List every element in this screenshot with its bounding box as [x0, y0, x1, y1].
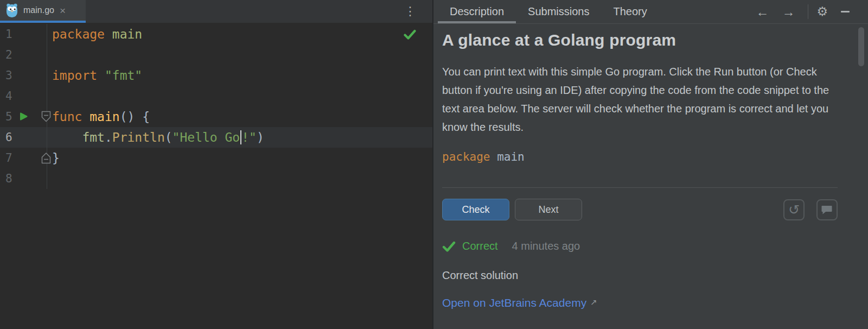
kebab-menu-icon[interactable]: ⋮ — [404, 5, 416, 17]
snippet-identifier: main — [490, 150, 525, 163]
code-token: ( — [165, 130, 173, 144]
line-number: 5 — [5, 106, 12, 127]
code-editor[interactable]: 1package main23import "fmt"45func main()… — [0, 23, 432, 329]
ide-window: main.go × ⋮ 1package main23import "fmt"4… — [0, 0, 868, 329]
code-token: "Hello Go — [173, 130, 240, 144]
editor-line[interactable]: 5func main() { — [0, 106, 432, 127]
correct-check-icon — [442, 241, 456, 252]
snippet-keyword: package — [442, 150, 490, 163]
editor-gutter[interactable]: 2 — [0, 45, 47, 65]
minimize-icon[interactable] — [841, 11, 850, 12]
header-divider — [808, 4, 808, 19]
editor-pane: main.go × ⋮ 1package main23import "fmt"4… — [0, 0, 433, 329]
editor-lines: 1package main23import "fmt"45func main()… — [0, 24, 432, 189]
fold-end-icon[interactable] — [41, 152, 52, 166]
editor-line[interactable]: 1package main — [0, 24, 432, 45]
line-number: 2 — [5, 45, 12, 65]
code-token: ) — [257, 130, 264, 144]
code-token: } — [52, 151, 60, 165]
editor-line[interactable]: 6 fmt.Println("Hello Go!") — [0, 127, 432, 148]
forward-arrow-icon[interactable]: → — [782, 5, 795, 18]
editor-line[interactable]: 7} — [0, 148, 432, 168]
line-number: 6 — [5, 127, 12, 148]
tab-main-go[interactable]: main.go × — [0, 0, 86, 23]
open-on-jetbrains-academy-link[interactable]: Open on JetBrains Academy↗ — [442, 296, 597, 309]
code-token: "fmt" — [105, 68, 142, 83]
code-line[interactable]: func main() { — [47, 106, 150, 127]
task-panel-header: DescriptionSubmissionsTheory ← → ⚙ — [433, 0, 868, 24]
code-token: fmt — [82, 130, 105, 144]
undo-icon: ↺ — [788, 203, 800, 217]
editor-line[interactable]: 3import "fmt" — [0, 65, 432, 86]
editor-gutter[interactable]: 8 — [0, 168, 47, 189]
code-line[interactable]: import "fmt" — [47, 65, 142, 86]
tab-submissions[interactable]: Submissions — [516, 0, 601, 23]
task-actions-row: Check Next ↺ — [442, 199, 838, 220]
code-token — [52, 130, 82, 144]
task-description-body: A glance at a Golang program You can pri… — [433, 24, 868, 309]
code-token: package — [52, 27, 105, 41]
editor-gutter[interactable]: 6 — [0, 127, 47, 148]
code-token: import — [52, 68, 97, 83]
task-header-icons: ← → ⚙ — [756, 0, 868, 23]
code-token: Println — [112, 130, 165, 144]
code-line[interactable]: fmt.Println("Hello Go!") — [47, 127, 264, 148]
editor-gutter[interactable]: 1 — [0, 24, 47, 45]
external-link-icon: ↗ — [590, 298, 597, 307]
reset-undo-button[interactable]: ↺ — [783, 199, 805, 220]
task-description-text: You can print text with this simple Go p… — [442, 62, 838, 136]
code-line[interactable] — [47, 86, 52, 106]
task-tabs: DescriptionSubmissionsTheory — [438, 0, 659, 23]
code-token — [97, 68, 105, 83]
editor-gutter[interactable]: 5 — [0, 106, 47, 127]
editor-gutter[interactable]: 4 — [0, 86, 47, 106]
code-token: () — [120, 110, 135, 124]
code-token — [105, 27, 112, 41]
panel-scrollbar-thumb[interactable] — [858, 27, 864, 66]
check-result-row: Correct 4 minutes ago — [442, 240, 838, 252]
editor-line[interactable]: 4 — [0, 86, 432, 106]
code-token: main — [112, 27, 142, 41]
close-tab-icon[interactable]: × — [60, 5, 66, 16]
tab-title: main.go — [23, 5, 54, 15]
line-number: 8 — [5, 168, 12, 189]
line-number: 7 — [5, 148, 12, 168]
back-arrow-icon[interactable]: ← — [756, 5, 769, 18]
result-timestamp: 4 minutes ago — [512, 240, 580, 252]
task-title: A glance at a Golang program — [442, 31, 838, 49]
leave-comment-button[interactable] — [816, 199, 838, 220]
code-token: func — [52, 110, 82, 124]
tab-theory[interactable]: Theory — [601, 0, 659, 23]
code-line[interactable] — [47, 45, 52, 65]
check-button[interactable]: Check — [442, 199, 509, 220]
code-token: . — [105, 130, 112, 144]
line-number: 4 — [5, 86, 12, 106]
code-line[interactable]: package main — [47, 24, 142, 45]
task-panel: DescriptionSubmissionsTheory ← → ⚙ A gla… — [433, 0, 868, 329]
editor-gutter[interactable]: 7 — [0, 148, 47, 168]
code-token — [82, 110, 90, 124]
inspection-ok-icon[interactable] — [404, 29, 416, 42]
editor-line[interactable]: 2 — [0, 45, 432, 65]
editor-tab-bar: main.go × ⋮ — [0, 0, 432, 23]
code-token: { — [135, 110, 150, 124]
tab-description[interactable]: Description — [438, 0, 516, 23]
code-line[interactable] — [47, 168, 52, 189]
editor-line[interactable]: 8 — [0, 168, 432, 189]
comment-bubble-icon — [821, 205, 833, 215]
code-token: main — [90, 110, 119, 124]
fold-start-icon[interactable] — [41, 111, 52, 125]
next-button[interactable]: Next — [515, 199, 582, 220]
run-main-icon[interactable] — [19, 112, 28, 123]
editor-gutter[interactable]: 3 — [0, 65, 47, 86]
code-token: !" — [241, 130, 257, 144]
line-number: 3 — [5, 65, 12, 86]
line-number: 1 — [5, 24, 12, 45]
go-gopher-icon — [5, 3, 18, 18]
result-label: Correct — [462, 240, 498, 252]
section-divider — [442, 187, 838, 188]
link-text: Open on JetBrains Academy — [442, 296, 586, 309]
gear-icon[interactable]: ⚙ — [816, 5, 828, 18]
correct-solution-label: Correct solution — [442, 269, 838, 282]
code-snippet: package main — [442, 150, 838, 163]
